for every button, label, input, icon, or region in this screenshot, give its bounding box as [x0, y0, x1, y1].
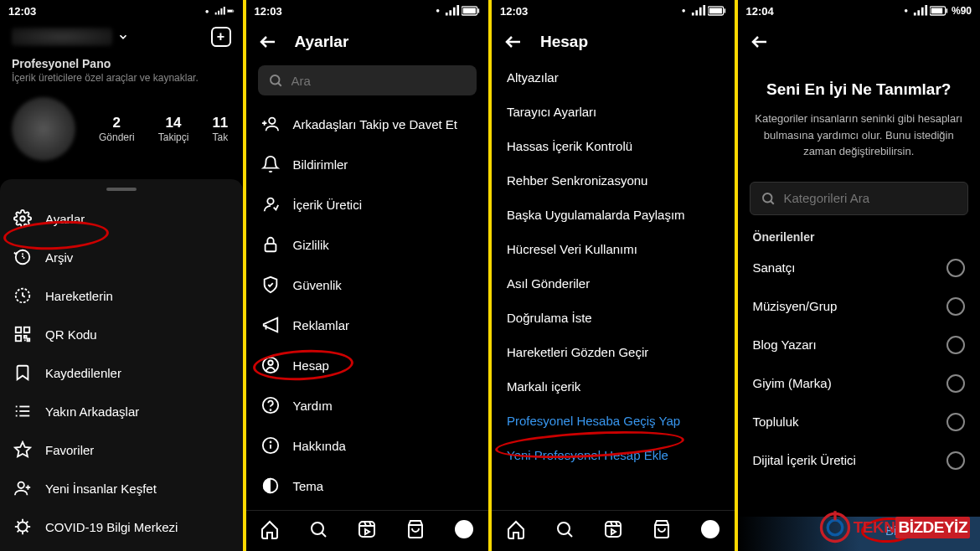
- svg-line-24: [18, 522, 20, 524]
- profile-icon[interactable]: [700, 519, 720, 539]
- logo-text-b: BİZDEYİZ: [895, 517, 970, 538]
- list-item[interactable]: Tarayıcı Ayarları: [492, 95, 735, 129]
- pro-dashboard-title[interactable]: Profesyonel Pano: [0, 54, 243, 72]
- profile-icon[interactable]: [454, 519, 474, 539]
- bottom-nav: [492, 510, 735, 551]
- battery-icon: [227, 9, 235, 13]
- status-bar: 12:04 ● %90: [738, 0, 981, 20]
- item-label: Güvenlik: [293, 278, 342, 292]
- item-invite[interactable]: Arkadaşları Takip ve Davet Et: [246, 104, 489, 144]
- radio[interactable]: [946, 259, 965, 277]
- svg-point-47: [312, 523, 323, 534]
- stat-followers[interactable]: 14 Takipçi: [158, 115, 189, 143]
- radio[interactable]: [946, 451, 965, 470]
- list-item[interactable]: Hassas İçerik Kontrolü: [492, 129, 735, 163]
- list-item[interactable]: Markalı içerik: [492, 369, 735, 404]
- list-item[interactable]: Hücresel Veri Kullanımı: [492, 232, 735, 266]
- menu-ayarlar[interactable]: Ayarlar: [0, 199, 243, 238]
- person-circle-icon: [261, 356, 280, 374]
- radio[interactable]: [946, 336, 965, 354]
- theme-icon: [261, 476, 280, 495]
- menu-discover[interactable]: Yeni İnsanlar Keşfet: [0, 469, 243, 507]
- category-search-input[interactable]: [784, 191, 958, 205]
- pro-dashboard-sub: İçerik üreticilere özel araçlar ve kayna…: [0, 72, 243, 92]
- item-security[interactable]: Güvenlik: [246, 265, 489, 305]
- menu-hareketlerin[interactable]: Hareketlerin: [0, 276, 243, 315]
- radio[interactable]: [946, 297, 965, 316]
- menu-close-friends[interactable]: Yakın Arkadaşlar: [0, 392, 243, 430]
- list-item[interactable]: Doğrulama İste: [492, 301, 735, 335]
- svg-point-74: [828, 520, 843, 535]
- item-ads[interactable]: Reklamlar: [246, 305, 489, 345]
- clock: 12:03: [8, 5, 36, 18]
- search-input[interactable]: [291, 74, 467, 88]
- menu-favorites[interactable]: Favoriler: [0, 430, 243, 469]
- status-right: ●: [682, 5, 726, 17]
- list-item[interactable]: Başka Uygulamalarda Paylaşım: [492, 198, 735, 232]
- back-icon[interactable]: [503, 32, 524, 52]
- item-label: Gizlilik: [293, 238, 329, 252]
- back-icon[interactable]: [750, 32, 770, 52]
- search-box[interactable]: [258, 65, 477, 95]
- battery-icon: [708, 6, 726, 16]
- svg-point-71: [763, 193, 772, 203]
- svg-rect-1: [228, 10, 233, 13]
- page-title: Ayarlar: [295, 33, 349, 51]
- list-item[interactable]: Hareketleri Gözden Geçir: [492, 335, 735, 369]
- chevron-down-icon[interactable]: [117, 31, 129, 43]
- item-theme[interactable]: Tema: [246, 466, 489, 506]
- home-icon[interactable]: [260, 519, 280, 539]
- star-icon: [13, 440, 32, 459]
- signal-icon: [445, 5, 460, 17]
- create-button[interactable]: +: [211, 27, 231, 47]
- back-icon[interactable]: [258, 32, 278, 52]
- menu-covid[interactable]: COVID-19 Bilgi Merkezi: [0, 507, 243, 546]
- radio[interactable]: [946, 374, 965, 393]
- category-item[interactable]: Giyim (Marka): [738, 364, 981, 403]
- menu-saved[interactable]: Kaydedilenler: [0, 353, 243, 392]
- stat-posts[interactable]: 2 Gönderi: [99, 115, 135, 143]
- category-item[interactable]: Müzisyen/Grup: [738, 287, 981, 326]
- home-icon[interactable]: [506, 519, 526, 539]
- category-item[interactable]: Blog Yazarı: [738, 326, 981, 364]
- reels-icon[interactable]: [357, 519, 377, 539]
- clock: 12:03: [500, 5, 528, 18]
- category-item[interactable]: Dijital İçerik Üretici: [738, 441, 981, 480]
- item-about[interactable]: Hakkında: [246, 425, 489, 466]
- shop-icon[interactable]: [652, 519, 672, 539]
- reels-icon[interactable]: [603, 519, 623, 539]
- category-item[interactable]: Topluluk: [738, 403, 981, 441]
- menu-label: Arşiv: [45, 250, 73, 265]
- list-item[interactable]: Asıl Gönderiler: [492, 266, 735, 301]
- search-icon[interactable]: [554, 519, 575, 539]
- item-notifications[interactable]: Bildirimler: [246, 144, 489, 184]
- svg-rect-49: [359, 522, 374, 537]
- item-account[interactable]: Hesap: [246, 345, 489, 385]
- search-icon[interactable]: [308, 519, 328, 539]
- item-creator[interactable]: İçerik Üretici: [246, 184, 489, 224]
- item-label: Dijital İçerik Üretici: [753, 453, 856, 467]
- avatar[interactable]: [12, 97, 75, 161]
- battery-icon: [930, 6, 948, 16]
- category-item[interactable]: Sanatçı: [738, 249, 981, 287]
- menu-arsiv[interactable]: Arşiv: [0, 238, 243, 276]
- svg-rect-57: [724, 8, 725, 13]
- menu-qr[interactable]: QR Kodu: [0, 315, 243, 353]
- svg-line-72: [771, 201, 774, 204]
- stat-following[interactable]: 11 Tak: [212, 115, 228, 143]
- username-blurred[interactable]: [12, 28, 112, 46]
- item-privacy[interactable]: Gizlilik: [246, 224, 489, 265]
- clock: 12:04: [746, 5, 774, 18]
- svg-point-42: [270, 409, 271, 410]
- radio[interactable]: [946, 413, 965, 431]
- category-search[interactable]: [750, 182, 969, 215]
- svg-rect-6: [16, 327, 21, 332]
- sheet-handle[interactable]: [106, 188, 137, 191]
- list-item[interactable]: Altyazılar: [492, 60, 735, 95]
- list-item[interactable]: Rehber Senkronizasyonu: [492, 163, 735, 198]
- shop-icon[interactable]: [405, 519, 426, 539]
- item-help[interactable]: Yardım: [246, 385, 489, 425]
- link-switch-pro[interactable]: Profesyonel Hesaba Geçiş Yap: [492, 404, 735, 438]
- link-add-pro[interactable]: Yeni Profesyonel Hesap Ekle: [492, 438, 735, 472]
- page-title: Hesap: [540, 33, 588, 51]
